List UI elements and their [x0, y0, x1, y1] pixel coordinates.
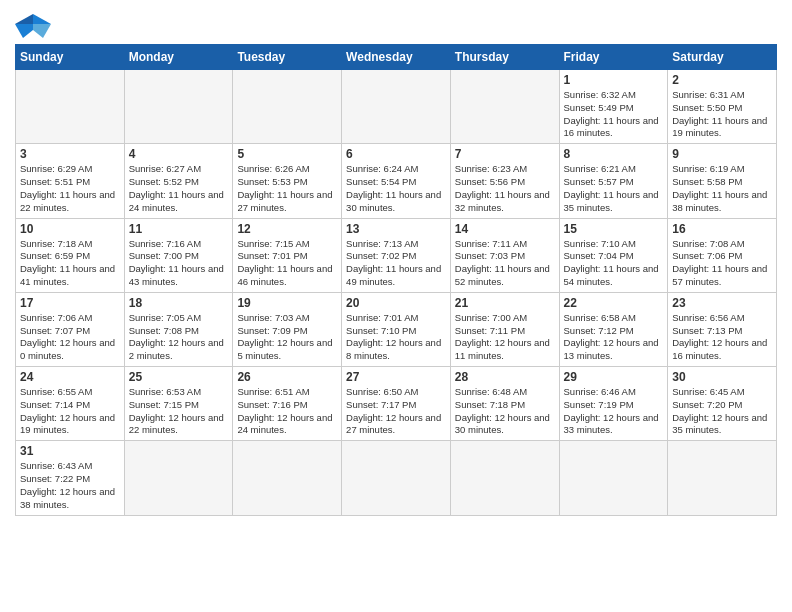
day-info: Sunrise: 6:51 AM Sunset: 7:16 PM Dayligh… [237, 386, 337, 437]
day-number: 11 [129, 222, 229, 236]
calendar-cell: 20Sunrise: 7:01 AM Sunset: 7:10 PM Dayli… [342, 292, 451, 366]
logo-icon [15, 10, 51, 38]
day-number: 29 [564, 370, 664, 384]
day-number: 26 [237, 370, 337, 384]
day-number: 2 [672, 73, 772, 87]
weekday-header-tuesday: Tuesday [233, 45, 342, 70]
calendar-cell: 6Sunrise: 6:24 AM Sunset: 5:54 PM Daylig… [342, 144, 451, 218]
day-number: 17 [20, 296, 120, 310]
day-info: Sunrise: 6:50 AM Sunset: 7:17 PM Dayligh… [346, 386, 446, 437]
day-info: Sunrise: 6:24 AM Sunset: 5:54 PM Dayligh… [346, 163, 446, 214]
calendar-cell [16, 70, 125, 144]
calendar-week-row: 24Sunrise: 6:55 AM Sunset: 7:14 PM Dayli… [16, 367, 777, 441]
calendar-table: SundayMondayTuesdayWednesdayThursdayFrid… [15, 44, 777, 516]
day-info: Sunrise: 7:01 AM Sunset: 7:10 PM Dayligh… [346, 312, 446, 363]
calendar-cell: 17Sunrise: 7:06 AM Sunset: 7:07 PM Dayli… [16, 292, 125, 366]
calendar-week-row: 3Sunrise: 6:29 AM Sunset: 5:51 PM Daylig… [16, 144, 777, 218]
calendar-cell: 10Sunrise: 7:18 AM Sunset: 6:59 PM Dayli… [16, 218, 125, 292]
page-header [15, 10, 777, 38]
weekday-header-thursday: Thursday [450, 45, 559, 70]
day-number: 27 [346, 370, 446, 384]
calendar-cell: 28Sunrise: 6:48 AM Sunset: 7:18 PM Dayli… [450, 367, 559, 441]
day-number: 13 [346, 222, 446, 236]
calendar-cell [233, 70, 342, 144]
calendar-cell: 26Sunrise: 6:51 AM Sunset: 7:16 PM Dayli… [233, 367, 342, 441]
day-number: 5 [237, 147, 337, 161]
calendar-cell: 29Sunrise: 6:46 AM Sunset: 7:19 PM Dayli… [559, 367, 668, 441]
day-info: Sunrise: 7:00 AM Sunset: 7:11 PM Dayligh… [455, 312, 555, 363]
day-info: Sunrise: 7:16 AM Sunset: 7:00 PM Dayligh… [129, 238, 229, 289]
day-info: Sunrise: 6:31 AM Sunset: 5:50 PM Dayligh… [672, 89, 772, 140]
day-number: 30 [672, 370, 772, 384]
calendar-week-row: 1Sunrise: 6:32 AM Sunset: 5:49 PM Daylig… [16, 70, 777, 144]
calendar-cell: 25Sunrise: 6:53 AM Sunset: 7:15 PM Dayli… [124, 367, 233, 441]
calendar-cell: 7Sunrise: 6:23 AM Sunset: 5:56 PM Daylig… [450, 144, 559, 218]
day-number: 19 [237, 296, 337, 310]
day-info: Sunrise: 6:26 AM Sunset: 5:53 PM Dayligh… [237, 163, 337, 214]
day-info: Sunrise: 7:06 AM Sunset: 7:07 PM Dayligh… [20, 312, 120, 363]
calendar-cell: 23Sunrise: 6:56 AM Sunset: 7:13 PM Dayli… [668, 292, 777, 366]
day-number: 21 [455, 296, 555, 310]
calendar-cell: 30Sunrise: 6:45 AM Sunset: 7:20 PM Dayli… [668, 367, 777, 441]
day-number: 28 [455, 370, 555, 384]
weekday-header-friday: Friday [559, 45, 668, 70]
day-number: 4 [129, 147, 229, 161]
calendar-cell: 12Sunrise: 7:15 AM Sunset: 7:01 PM Dayli… [233, 218, 342, 292]
day-number: 8 [564, 147, 664, 161]
day-info: Sunrise: 6:27 AM Sunset: 5:52 PM Dayligh… [129, 163, 229, 214]
calendar-cell: 8Sunrise: 6:21 AM Sunset: 5:57 PM Daylig… [559, 144, 668, 218]
day-info: Sunrise: 7:03 AM Sunset: 7:09 PM Dayligh… [237, 312, 337, 363]
day-info: Sunrise: 7:18 AM Sunset: 6:59 PM Dayligh… [20, 238, 120, 289]
calendar-cell: 11Sunrise: 7:16 AM Sunset: 7:00 PM Dayli… [124, 218, 233, 292]
svg-marker-0 [33, 14, 51, 24]
calendar-cell: 15Sunrise: 7:10 AM Sunset: 7:04 PM Dayli… [559, 218, 668, 292]
calendar-cell [342, 70, 451, 144]
calendar-cell [124, 70, 233, 144]
day-info: Sunrise: 6:58 AM Sunset: 7:12 PM Dayligh… [564, 312, 664, 363]
calendar-cell [559, 441, 668, 515]
day-number: 25 [129, 370, 229, 384]
day-info: Sunrise: 6:53 AM Sunset: 7:15 PM Dayligh… [129, 386, 229, 437]
calendar-cell [342, 441, 451, 515]
day-info: Sunrise: 6:46 AM Sunset: 7:19 PM Dayligh… [564, 386, 664, 437]
day-info: Sunrise: 6:55 AM Sunset: 7:14 PM Dayligh… [20, 386, 120, 437]
calendar-cell: 22Sunrise: 6:58 AM Sunset: 7:12 PM Dayli… [559, 292, 668, 366]
svg-marker-1 [15, 14, 33, 24]
day-number: 16 [672, 222, 772, 236]
calendar-cell: 1Sunrise: 6:32 AM Sunset: 5:49 PM Daylig… [559, 70, 668, 144]
day-number: 23 [672, 296, 772, 310]
day-info: Sunrise: 6:29 AM Sunset: 5:51 PM Dayligh… [20, 163, 120, 214]
day-info: Sunrise: 6:45 AM Sunset: 7:20 PM Dayligh… [672, 386, 772, 437]
day-info: Sunrise: 6:43 AM Sunset: 7:22 PM Dayligh… [20, 460, 120, 511]
calendar-cell: 31Sunrise: 6:43 AM Sunset: 7:22 PM Dayli… [16, 441, 125, 515]
day-number: 1 [564, 73, 664, 87]
calendar-cell: 5Sunrise: 6:26 AM Sunset: 5:53 PM Daylig… [233, 144, 342, 218]
day-number: 31 [20, 444, 120, 458]
day-info: Sunrise: 6:21 AM Sunset: 5:57 PM Dayligh… [564, 163, 664, 214]
calendar-cell [450, 70, 559, 144]
day-info: Sunrise: 6:48 AM Sunset: 7:18 PM Dayligh… [455, 386, 555, 437]
calendar-cell [124, 441, 233, 515]
calendar-cell: 18Sunrise: 7:05 AM Sunset: 7:08 PM Dayli… [124, 292, 233, 366]
day-number: 6 [346, 147, 446, 161]
day-number: 20 [346, 296, 446, 310]
logo [15, 10, 55, 38]
day-number: 15 [564, 222, 664, 236]
day-number: 9 [672, 147, 772, 161]
weekday-header-monday: Monday [124, 45, 233, 70]
day-info: Sunrise: 6:23 AM Sunset: 5:56 PM Dayligh… [455, 163, 555, 214]
day-info: Sunrise: 7:15 AM Sunset: 7:01 PM Dayligh… [237, 238, 337, 289]
day-info: Sunrise: 6:19 AM Sunset: 5:58 PM Dayligh… [672, 163, 772, 214]
day-number: 24 [20, 370, 120, 384]
weekday-header-sunday: Sunday [16, 45, 125, 70]
day-number: 18 [129, 296, 229, 310]
calendar-cell: 14Sunrise: 7:11 AM Sunset: 7:03 PM Dayli… [450, 218, 559, 292]
calendar-cell: 13Sunrise: 7:13 AM Sunset: 7:02 PM Dayli… [342, 218, 451, 292]
calendar-week-row: 17Sunrise: 7:06 AM Sunset: 7:07 PM Dayli… [16, 292, 777, 366]
svg-marker-2 [33, 24, 51, 38]
day-number: 14 [455, 222, 555, 236]
calendar-cell [668, 441, 777, 515]
day-info: Sunrise: 7:05 AM Sunset: 7:08 PM Dayligh… [129, 312, 229, 363]
day-info: Sunrise: 6:56 AM Sunset: 7:13 PM Dayligh… [672, 312, 772, 363]
calendar-cell: 16Sunrise: 7:08 AM Sunset: 7:06 PM Dayli… [668, 218, 777, 292]
